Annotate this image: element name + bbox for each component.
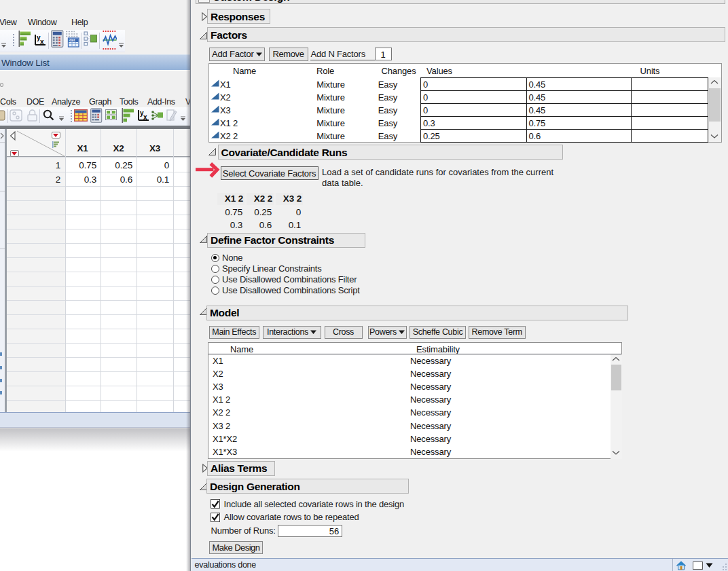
svg-text:dat: dat: [69, 38, 75, 42]
svg-text:x: x: [143, 113, 147, 121]
svg-text:x: x: [40, 38, 44, 45]
